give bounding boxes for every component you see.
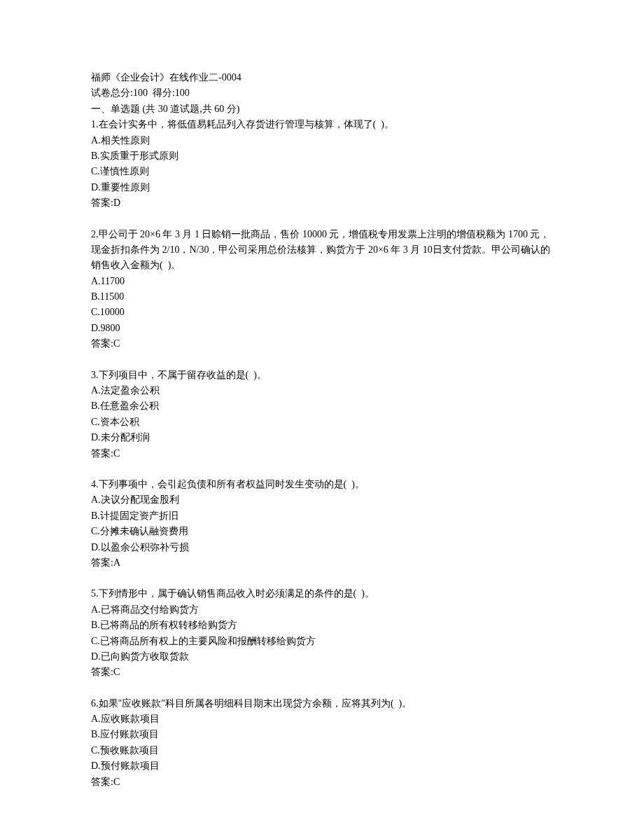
question-stem: 3.下列项目中，不属于留存收益的是( )。 bbox=[91, 368, 553, 383]
question-option: C.谨慎性原则 bbox=[91, 164, 553, 179]
question-option: B.11500 bbox=[91, 289, 553, 305]
score-line: 试卷总分:100 得分:100 bbox=[91, 85, 553, 101]
question-answer: 答案:C bbox=[91, 336, 553, 352]
document-title: 福师《企业会计》在线作业二-0004 bbox=[91, 70, 553, 85]
question-stem: 2.甲公司于 20×6 年 3 月 1 日赊销一批商品，售价 10000 元，增… bbox=[91, 227, 553, 274]
question-2: 2.甲公司于 20×6 年 3 月 1 日赊销一批商品，售价 10000 元，增… bbox=[91, 227, 553, 352]
question-option: D.未分配利润 bbox=[91, 430, 553, 445]
question-option: D.9800 bbox=[91, 321, 553, 336]
question-option: C.资本公积 bbox=[91, 415, 553, 430]
question-1: 1.在会计实务中，将低值易耗品列入存货进行管理与核算，体现了( )。 A.相关性… bbox=[91, 117, 553, 211]
question-answer: 答案:A bbox=[91, 555, 553, 571]
question-option: C.预收账款项目 bbox=[91, 743, 553, 758]
question-5: 5.下列情形中，属于确认销售商品收入时必须满足的条件的是( )。 A.已将商品交… bbox=[91, 586, 553, 680]
question-stem: 4.下列事项中，会引起负债和所有者权益同时发生变动的是( )。 bbox=[91, 477, 553, 492]
question-6: 6.如果"应收账款"科目所属各明细科目期末出现贷方余额，应将其列为( )。 A.… bbox=[91, 696, 553, 790]
question-option: A.决议分配现金股利 bbox=[91, 492, 553, 508]
question-option: B.已将商品的所有权转移给购货方 bbox=[91, 618, 553, 633]
question-answer: 答案:C bbox=[91, 446, 553, 461]
question-option: D.预付账款项目 bbox=[91, 758, 553, 774]
question-option: A.11700 bbox=[91, 274, 553, 289]
question-answer: 答案:D bbox=[91, 195, 553, 211]
question-4: 4.下列事项中，会引起负债和所有者权益同时发生变动的是( )。 A.决议分配现金… bbox=[91, 477, 553, 571]
question-option: A.已将商品交付给购货方 bbox=[91, 602, 553, 618]
question-option: A.应收账款项目 bbox=[91, 711, 553, 727]
question-option: B.应付账款项目 bbox=[91, 727, 553, 742]
document-header: 福师《企业会计》在线作业二-0004 试卷总分:100 得分:100 一、单选题… bbox=[91, 70, 553, 117]
question-option: C.10000 bbox=[91, 305, 553, 320]
question-option: A.相关性原则 bbox=[91, 133, 553, 148]
question-stem: 1.在会计实务中，将低值易耗品列入存货进行管理与核算，体现了( )。 bbox=[91, 117, 553, 132]
question-option: C.分摊未确认融资费用 bbox=[91, 524, 553, 539]
question-stem: 6.如果"应收账款"科目所属各明细科目期末出现贷方余额，应将其列为( )。 bbox=[91, 696, 553, 711]
question-answer: 答案:C bbox=[91, 774, 553, 790]
question-option: B.实质重于形式原则 bbox=[91, 148, 553, 164]
question-stem: 5.下列情形中，属于确认销售商品收入时必须满足的条件的是( )。 bbox=[91, 586, 553, 602]
question-option: C.已将商品所有权上的主要风险和报酬转移给购货方 bbox=[91, 634, 553, 649]
question-3: 3.下列项目中，不属于留存收益的是( )。 A.法定盈余公积 B.任意盈余公积 … bbox=[91, 368, 553, 461]
question-option: D.重要性原则 bbox=[91, 180, 553, 195]
question-option: A.法定盈余公积 bbox=[91, 383, 553, 398]
question-option: B.计提固定资产折旧 bbox=[91, 508, 553, 524]
question-option: D.已向购货方收取货款 bbox=[91, 649, 553, 665]
question-option: B.任意盈余公积 bbox=[91, 398, 553, 414]
question-answer: 答案:C bbox=[91, 665, 553, 680]
question-option: D.以盈余公积弥补亏损 bbox=[91, 540, 553, 555]
section-title: 一、单选题 (共 30 道试题,共 60 分) bbox=[91, 102, 553, 117]
